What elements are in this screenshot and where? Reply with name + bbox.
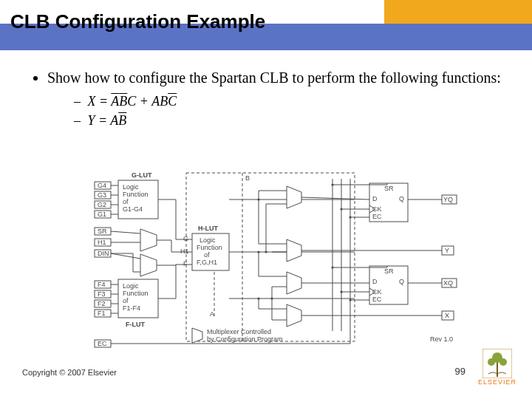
svg-text:F4: F4 [98, 281, 106, 288]
svg-text:SR: SR [98, 228, 107, 235]
svg-text:G: G [183, 235, 188, 242]
svg-text:CK: CK [372, 288, 382, 296]
svg-text:G1-G4: G1-G4 [123, 205, 143, 213]
svg-text:Q: Q [399, 278, 404, 285]
slide: CLB Configuration Example Show how to co… [0, 0, 532, 399]
tree-icon [482, 349, 512, 378]
elsevier-logo: ELSEVIER [473, 349, 522, 390]
header-accent-orange [384, 0, 532, 24]
svg-text:F1-F4: F1-F4 [123, 304, 140, 312]
svg-text:H1: H1 [180, 248, 189, 255]
svg-text:by Configuration Program: by Configuration Program [207, 335, 283, 343]
svg-text:SR: SR [384, 185, 394, 192]
footer-page-number: 99 [455, 366, 466, 377]
svg-text:EC: EC [98, 340, 107, 347]
svg-point-126 [257, 198, 259, 200]
svg-text:F1: F1 [98, 310, 106, 317]
header: CLB Configuration Example [0, 0, 532, 50]
svg-text:XQ: XQ [443, 279, 453, 287]
svg-text:A: A [210, 310, 214, 318]
svg-point-134 [331, 266, 333, 268]
mux-legend-icon [192, 328, 202, 343]
clb-diagram: G-LUT Logic Function of G1-G4 G4 G3 G2 G… [89, 168, 458, 350]
svg-text:D: D [372, 278, 378, 285]
svg-text:Multiplexer Controlled: Multiplexer Controlled [207, 328, 271, 335]
svg-point-140 [488, 358, 495, 366]
svg-text:DIN: DIN [98, 250, 109, 257]
equation-y: – Y = AB [74, 112, 502, 129]
svg-point-136 [349, 299, 351, 301]
svg-text:G3: G3 [98, 191, 106, 199]
svg-point-127 [265, 250, 267, 253]
svg-text:Function: Function [197, 244, 222, 251]
svg-text:CK: CK [372, 205, 382, 213]
svg-line-40 [111, 231, 140, 233]
svg-text:EC: EC [372, 213, 382, 220]
slide-title: CLB Configuration Example [10, 10, 265, 33]
mux-yq [287, 186, 301, 208]
svg-text:G4: G4 [98, 182, 106, 189]
svg-text:SR: SR [384, 267, 394, 275]
svg-text:B: B [245, 174, 250, 182]
bullet-main: Show how to configure the Spartan CLB to… [47, 68, 502, 88]
mux-y [287, 239, 301, 262]
svg-point-131 [331, 183, 333, 185]
svg-text:Y: Y [445, 247, 449, 254]
mux-x [287, 304, 301, 327]
svg-text:of: of [123, 198, 129, 205]
svg-text:EC: EC [372, 296, 382, 303]
svg-text:D: D [372, 195, 378, 202]
svg-text:Function: Function [123, 290, 149, 297]
svg-text:Logic: Logic [200, 236, 216, 244]
svg-point-132 [340, 208, 342, 210]
svg-text:YQ: YQ [443, 196, 453, 203]
svg-text:F,G,H1: F,G,H1 [197, 259, 217, 266]
svg-line-42 [111, 253, 140, 259]
svg-text:Logic: Logic [123, 282, 139, 290]
svg-text:X: X [445, 312, 449, 319]
svg-text:G2: G2 [98, 201, 106, 208]
label-hlut: H-LUT [198, 225, 218, 232]
mux-top [140, 229, 157, 251]
svg-text:F2: F2 [98, 300, 106, 307]
svg-text:of: of [204, 251, 210, 259]
elsevier-wordmark: ELSEVIER [473, 378, 522, 386]
svg-text:of: of [123, 297, 129, 304]
svg-point-135 [340, 290, 342, 293]
mux-xq [287, 272, 301, 294]
svg-text:Rev 1.0: Rev 1.0 [430, 335, 453, 343]
svg-text:Logic: Logic [123, 183, 139, 191]
mux-bot [140, 254, 157, 276]
svg-text:Q: Q [399, 195, 404, 202]
svg-text:F3: F3 [98, 290, 106, 298]
svg-text:H1: H1 [98, 239, 106, 246]
label-glut: G-LUT [132, 171, 152, 179]
svg-text:Function: Function [123, 191, 149, 198]
svg-point-141 [499, 358, 507, 366]
svg-point-129 [270, 297, 273, 299]
svg-text:G1: G1 [98, 211, 106, 218]
svg-point-133 [349, 216, 351, 218]
label-flut: F-LUT [126, 321, 145, 328]
footer-copyright: Copyright © 2007 Elsevier [22, 368, 117, 377]
body-text: Show how to configure the Spartan CLB to… [30, 68, 502, 132]
equation-x: – X = ABC + ABC [74, 92, 502, 110]
svg-point-128 [257, 250, 259, 253]
svg-point-130 [257, 297, 259, 299]
svg-text:F: F [183, 260, 188, 267]
